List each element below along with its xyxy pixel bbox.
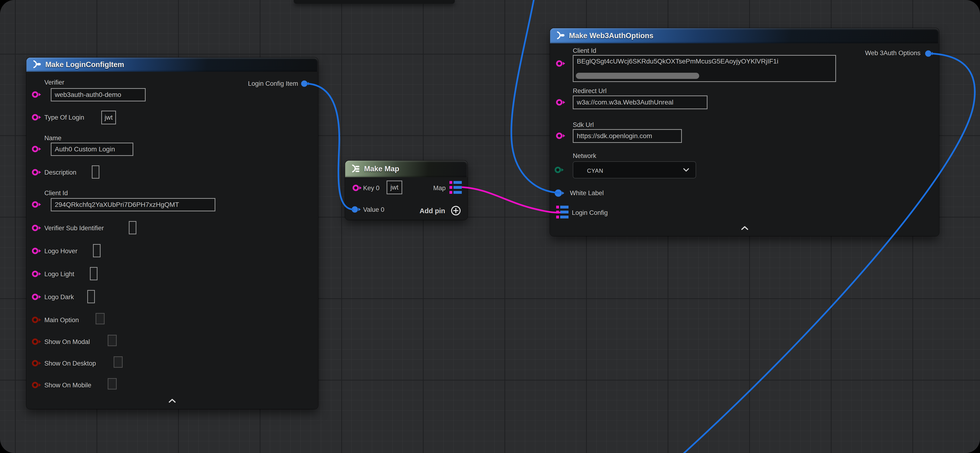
blueprint-graph[interactable]: Make LoginConfigItem Login Config Item V… xyxy=(0,0,980,453)
redirect-url-value: w3a://com.w3a.Web3AuthUnreal xyxy=(577,98,673,106)
description-pin[interactable] xyxy=(32,168,43,176)
node-title: Make LoginConfigItem xyxy=(45,60,124,69)
description-input[interactable] xyxy=(92,165,99,179)
offscreen-node-partial[interactable] xyxy=(294,0,455,4)
node-make-map[interactable]: Make Map Key 0 jwt Map Value 0 Add pin xyxy=(345,161,468,220)
sdk-url-label: Sdk Url xyxy=(573,121,594,129)
client-id-scrollbar[interactable] xyxy=(576,73,699,79)
name-input[interactable]: Auth0 Custom Login xyxy=(51,143,133,156)
redirect-url-label: Redirect Url xyxy=(573,87,607,95)
logo-light-label: Logo Light xyxy=(45,271,74,278)
client-id-pin[interactable] xyxy=(556,59,566,68)
node-make-web3authoptions[interactable]: Make Web3AuthOptions Web 3Auth Options C… xyxy=(550,28,939,236)
node-title: Make Web3AuthOptions xyxy=(569,32,654,40)
node-title: Make Map xyxy=(364,165,399,173)
key0-input[interactable]: jwt xyxy=(387,181,402,194)
show-on-modal-label: Show On Modal xyxy=(45,338,90,346)
client-id-value: 294QRkchfq2YaXUbPri7D6PH7xzHgQMT xyxy=(55,201,179,209)
client-id-input[interactable]: 294QRkchfq2YaXUbPri7D6PH7xzHgQMT xyxy=(51,198,215,211)
client-id-value: BEglQSgt4cUWcj6SKRdu5QkOXTsePmMcusG5EAoy… xyxy=(577,57,778,65)
show-on-desktop-checkbox[interactable] xyxy=(114,356,123,368)
show-on-modal-pin[interactable] xyxy=(32,337,43,346)
map-output-pin[interactable] xyxy=(449,181,462,194)
output-pin-label: Login Config Item xyxy=(248,80,298,87)
node-header[interactable]: Make LoginConfigItem xyxy=(26,57,318,72)
make-struct-icon xyxy=(31,59,41,70)
name-pin[interactable] xyxy=(32,145,43,153)
add-pin-label[interactable]: Add pin xyxy=(420,207,445,215)
show-on-desktop-label: Show On Desktop xyxy=(45,360,96,367)
verifier-input[interactable]: web3auth-auth0-demo xyxy=(51,88,146,101)
network-pin[interactable] xyxy=(554,166,565,174)
main-option-label: Main Option xyxy=(45,317,79,324)
verifier-value: web3auth-auth0-demo xyxy=(55,91,121,98)
logo-dark-pin[interactable] xyxy=(32,293,43,301)
logo-light-input[interactable] xyxy=(90,267,97,280)
redirect-url-pin[interactable] xyxy=(556,98,566,106)
verifier-pin[interactable] xyxy=(32,90,43,98)
show-on-mobile-checkbox[interactable] xyxy=(108,378,117,390)
key0-label: Key 0 xyxy=(363,185,379,192)
show-on-modal-checkbox[interactable] xyxy=(108,335,117,346)
value0-label: Value 0 xyxy=(363,206,385,214)
client-id-input[interactable]: BEglQSgt4cUWcj6SKRdu5QkOXTsePmMcusG5EAoy… xyxy=(573,55,836,82)
logo-dark-label: Logo Dark xyxy=(45,293,74,301)
network-label: Network xyxy=(573,152,596,160)
node-make-loginconfigitem[interactable]: Make LoginConfigItem Login Config Item V… xyxy=(26,57,318,409)
output-pin-label: Web 3Auth Options xyxy=(865,49,921,57)
login-config-label: Login Config xyxy=(572,209,608,217)
verifier-sub-identifier-input[interactable] xyxy=(129,221,136,234)
client-id-label: Client Id xyxy=(45,190,68,197)
add-pin-icon[interactable] xyxy=(450,205,461,216)
sdk-url-pin[interactable] xyxy=(556,132,566,140)
sdk-url-input[interactable]: https://sdk.openlogin.com xyxy=(573,129,682,143)
description-label: Description xyxy=(45,169,76,176)
white-label-label: White Label xyxy=(570,190,604,197)
key0-value: jwt xyxy=(390,184,398,191)
make-struct-icon xyxy=(555,30,565,41)
type-of-login-value: jwt xyxy=(105,114,113,121)
sdk-url-value: https://sdk.openlogin.com xyxy=(577,132,652,140)
network-dropdown[interactable]: CYAN xyxy=(573,162,696,178)
verifier-sub-identifier-pin[interactable] xyxy=(32,224,43,232)
logo-dark-input[interactable] xyxy=(87,290,95,303)
redirect-url-input[interactable]: w3a://com.w3a.Web3AuthUnreal xyxy=(573,95,708,109)
verifier-sub-identifier-label: Verifier Sub Identifier xyxy=(45,225,104,232)
type-of-login-label: Type Of Login xyxy=(45,114,84,121)
show-on-mobile-label: Show On Mobile xyxy=(45,382,91,389)
network-selected-value: CYAN xyxy=(587,168,603,174)
type-of-login-pin[interactable] xyxy=(32,113,43,121)
type-of-login-input[interactable]: jwt xyxy=(101,111,116,124)
client-id-pin[interactable] xyxy=(32,200,43,209)
map-output-label: Map xyxy=(433,185,445,192)
key0-pin[interactable] xyxy=(352,184,363,192)
client-id-label: Client Id xyxy=(573,47,596,54)
chevron-down-icon xyxy=(682,168,690,172)
logo-light-pin[interactable] xyxy=(32,270,43,278)
verifier-label: Verifier xyxy=(45,79,64,86)
name-value: Auth0 Custom Login xyxy=(55,146,115,153)
node-header[interactable]: Make Web3AuthOptions xyxy=(550,28,939,43)
node-header[interactable]: Make Map xyxy=(345,161,468,177)
make-map-icon xyxy=(350,164,360,174)
main-option-pin[interactable] xyxy=(32,316,43,324)
name-label: Name xyxy=(45,135,61,142)
collapse-chevron-icon[interactable] xyxy=(740,226,749,231)
logo-hover-label: Logo Hover xyxy=(45,247,78,255)
logo-hover-input[interactable] xyxy=(93,244,100,257)
logo-hover-pin[interactable] xyxy=(32,247,43,255)
show-on-desktop-pin[interactable] xyxy=(32,359,43,367)
collapse-chevron-icon[interactable] xyxy=(168,398,177,404)
main-option-checkbox[interactable] xyxy=(95,313,105,324)
show-on-mobile-pin[interactable] xyxy=(32,381,43,389)
